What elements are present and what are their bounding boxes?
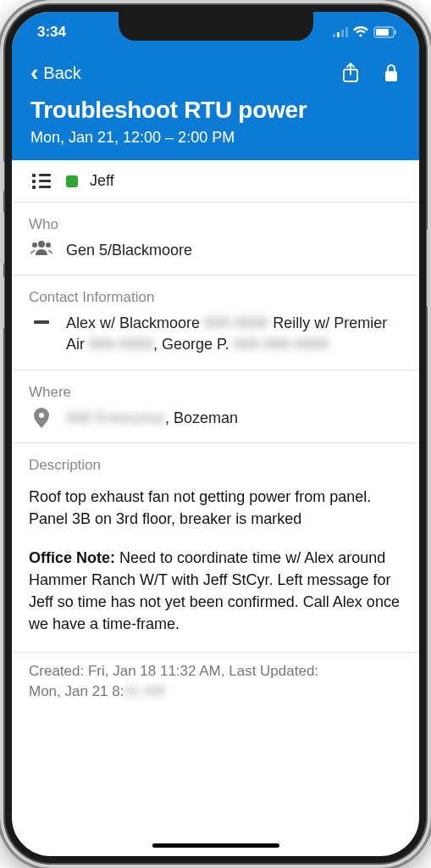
pin-icon: [29, 408, 54, 428]
svg-point-5: [38, 241, 45, 248]
assignee-color-icon: [66, 175, 78, 187]
office-note-label: Office Note:: [29, 549, 115, 566]
office-note: Office Note: Need to coordinate time w/ …: [29, 547, 402, 635]
redacted-text: 888-8888: [89, 336, 153, 353]
page-header: ‹ Back Troubleshoot RTU power Mon, Jan 2…: [12, 53, 419, 160]
content-scroll[interactable]: Jeff Who Gen 5/Blackmoore Contact Inform…: [12, 160, 419, 856]
redacted-text: 41 AM: [124, 683, 164, 699]
where-row[interactable]: 888 Enterprise, Bozeman: [12, 408, 419, 443]
lock-icon[interactable]: [382, 63, 401, 83]
svg-point-7: [46, 242, 51, 248]
contact-row[interactable]: Alex w/ Blackmoore 888-8888 Reilly w/ Pr…: [12, 313, 419, 370]
chevron-left-icon: ‹: [30, 61, 38, 85]
page-title: Troubleshoot RTU power: [30, 97, 401, 124]
battery-icon: [373, 26, 397, 38]
description-paragraph: Roof top exhaust fan not getting power f…: [29, 486, 402, 530]
contact-value: Alex w/ Blackmoore 888-8888 Reilly w/ Pr…: [66, 313, 402, 355]
where-value: 888 Enterprise, Bozeman: [66, 408, 402, 429]
wifi-icon: [353, 26, 368, 38]
minus-icon: [29, 313, 54, 324]
app-screen: 3:34 ‹ Back: [12, 12, 419, 856]
contact-label: Contact Information: [12, 275, 419, 313]
people-icon: [29, 240, 54, 255]
back-label: Back: [43, 64, 80, 83]
assignee-row[interactable]: Jeff: [12, 160, 419, 203]
power-button: [427, 229, 430, 307]
svg-point-6: [32, 242, 37, 248]
volume-down-button: [1, 276, 4, 329]
description-label: Description: [12, 443, 419, 481]
status-indicators: [333, 26, 397, 38]
svg-rect-1: [376, 29, 389, 36]
share-icon[interactable]: [341, 63, 360, 83]
status-bar: 3:34: [12, 12, 419, 53]
svg-rect-4: [385, 71, 397, 81]
description-body: Roof top exhaust fan not getting power f…: [12, 481, 419, 636]
redacted-text: 888-8888: [204, 314, 268, 331]
back-button[interactable]: ‹ Back: [30, 61, 81, 85]
assignee-name: Jeff: [90, 172, 114, 190]
list-icon: [29, 174, 54, 189]
volume-up-button: [1, 212, 4, 264]
redacted-text: 888-888-8888: [234, 336, 329, 353]
status-time: 3:34: [37, 24, 66, 41]
who-value: Gen 5/Blackmoore: [66, 240, 402, 261]
page-datetime: Mon, Jan 21, 12:00 – 2:00 PM: [30, 129, 401, 147]
where-label: Where: [12, 370, 419, 408]
record-meta: Created: Fri, Jan 18 11:32 AM, Last Upda…: [12, 652, 419, 702]
signal-icon: [333, 27, 348, 37]
mute-switch: [1, 161, 4, 192]
redacted-text: 888 Enterprise: [66, 409, 165, 426]
svg-rect-2: [395, 31, 396, 35]
who-label: Who: [12, 203, 419, 240]
who-row[interactable]: Gen 5/Blackmoore: [12, 240, 419, 275]
